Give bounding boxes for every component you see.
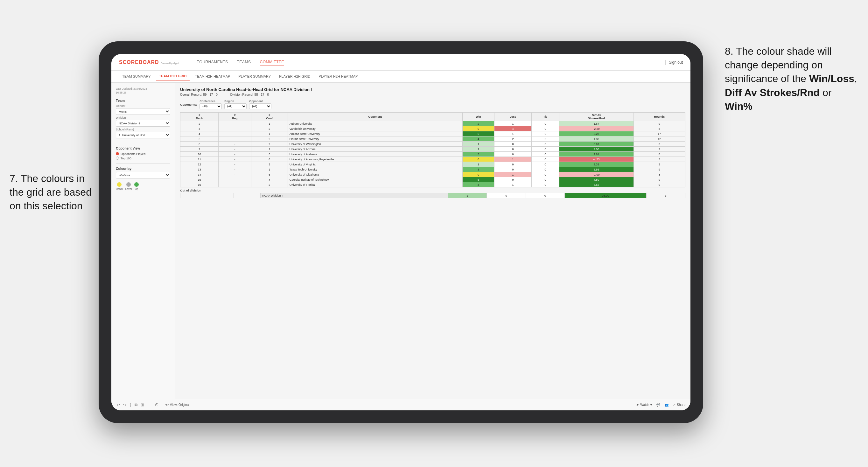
tab-player-summary[interactable]: PLAYER SUMMARY — [235, 72, 274, 80]
cell-conf: 1 — [251, 167, 288, 172]
app-nav: SCOREBOARD Powered by clippd TOURNAMENTS… — [111, 54, 690, 71]
cell-rounds: 9 — [633, 167, 685, 172]
copy-icon[interactable]: ⧉ — [134, 402, 137, 407]
tab-team-h2h-grid[interactable]: TEAM H2H GRID — [156, 72, 190, 81]
cell-loss: 1 — [494, 131, 532, 136]
cell-tie: 0 — [531, 157, 559, 162]
filter-region-select[interactable]: (All) — [224, 103, 247, 109]
left-panel: Last Updated: 27/03/2024 16:55:28 Team G… — [111, 83, 175, 399]
cell-loss: 0 — [494, 147, 532, 152]
undo-icon[interactable]: ↩ — [117, 402, 120, 407]
cell-reg: - — [219, 121, 251, 126]
table-row: 4 - 1 Arizona State University 5 1 0 2.2… — [180, 131, 685, 136]
eye-icon: 👁 — [165, 403, 168, 407]
people-button[interactable]: 👥 — [665, 403, 669, 407]
filter-conference-select[interactable]: (All) — [199, 103, 222, 109]
colour-by-select[interactable]: Win/loss — [116, 172, 170, 179]
radio-dot-selected — [116, 152, 119, 155]
cell-diff: -1.00 — [559, 172, 633, 177]
table-row: 6 - 2 Florida State University 4 2 0 1.8… — [180, 136, 685, 142]
forward-icon[interactable]: ⟩ — [130, 402, 131, 407]
tab-player-h2h-heatmap[interactable]: PLAYER H2H HEATMAP — [315, 72, 361, 80]
tab-team-summary[interactable]: TEAM SUMMARY — [119, 72, 154, 80]
cell-opponent: Georgia Institute of Technology — [288, 177, 462, 182]
nav-teams[interactable]: TEAMS — [237, 59, 251, 66]
cell-tie: 0 — [531, 177, 559, 182]
cell-diff: 2.28 — [559, 131, 633, 136]
cell-reg: - — [219, 172, 251, 177]
toolbar-right: 👁 Watch ▾ 💬 👥 ↗ Share — [636, 403, 685, 407]
cell-rounds: 17 — [633, 131, 685, 136]
radio-opponents-played[interactable]: Opponents Played — [116, 152, 170, 156]
legend-level: Level — [125, 182, 132, 191]
tab-team-h2h-heatmap[interactable]: TEAM H2H HEATMAP — [191, 72, 233, 80]
grid-icon[interactable]: ⊞ — [141, 402, 144, 407]
cell-conf: 2 — [251, 126, 288, 131]
cell-loss: 0 — [494, 162, 532, 167]
cell-conf: 2 — [251, 182, 288, 187]
table-row: 12 - 3 University of Virginia 1 0 0 2.33… — [180, 162, 685, 167]
clock-icon[interactable]: ⏱ — [155, 402, 159, 407]
cell-conf: 5 — [251, 152, 288, 157]
col-rank: #Rank — [180, 113, 219, 121]
cell-opponent: University of Florida — [288, 182, 462, 187]
cell-conf: 2 — [251, 142, 288, 147]
cell-rounds: 3 — [633, 172, 685, 177]
comment-button[interactable]: 💬 — [656, 403, 660, 407]
nav-tournaments[interactable]: TOURNAMENTS — [197, 59, 228, 66]
cell-opponent: Vanderbilt University — [288, 126, 462, 131]
col-conf: #Conf — [251, 113, 288, 121]
cell-win: 0 — [463, 157, 494, 162]
nav-committee[interactable]: COMMITTEE — [260, 59, 284, 66]
watch-button[interactable]: 👁 Watch ▾ — [636, 403, 652, 407]
gender-select[interactable]: Men's — [116, 108, 170, 115]
cell-rank: 11 — [180, 157, 219, 162]
redo-icon[interactable]: ↪ — [123, 402, 127, 407]
div2-rank — [180, 193, 207, 198]
table-row: 14 - 5 University of Oklahoma 0 1 0 -1.0… — [180, 172, 685, 177]
cell-loss: 1 — [494, 182, 532, 187]
div2-conf — [234, 193, 260, 198]
col-tie: Tie — [531, 113, 559, 121]
view-label: 👁 View: Original — [165, 403, 190, 407]
cell-rounds: 3 — [633, 162, 685, 167]
cell-conf: 1 — [251, 147, 288, 152]
cell-rounds: 8 — [633, 126, 685, 131]
cell-opponent: University of Washington — [288, 142, 462, 147]
share-button[interactable]: ↗ Share — [673, 403, 685, 407]
cell-reg: - — [219, 167, 251, 172]
cell-diff: 4.50 — [559, 177, 633, 182]
cell-diff: 1.83 — [559, 136, 633, 142]
division-select[interactable]: NCAA Division I — [116, 120, 170, 127]
radio-top100[interactable]: Top 100 — [116, 157, 170, 160]
tab-player-h2h-grid[interactable]: PLAYER H2H GRID — [276, 72, 313, 80]
cell-rounds: 3 — [633, 157, 685, 162]
gender-label: Gender — [116, 104, 170, 107]
cell-conf: 3 — [251, 162, 288, 167]
filter-region-group: Region (All) — [224, 100, 247, 109]
school-select[interactable]: 1. University of Nort... — [116, 132, 170, 138]
out-of-division-table: NCAA Division II 1 0 0 26.00 3 — [180, 193, 685, 198]
div2-name: NCAA Division II — [260, 193, 448, 198]
cell-rounds: 12 — [633, 136, 685, 142]
cell-rounds: 9 — [633, 121, 685, 126]
cell-loss: 0 — [494, 177, 532, 182]
watch-chevron: ▾ — [650, 403, 652, 407]
cell-opponent: University of Alabama — [288, 152, 462, 157]
cell-rounds: 9 — [633, 182, 685, 187]
table-row: 16 - 2 University of Florida 3 1 0 6.62 … — [180, 182, 685, 187]
grid-title: University of North Carolina Head-to-Hea… — [180, 87, 685, 92]
legend-level-circle — [126, 182, 131, 187]
radio-dot-unselected — [116, 157, 119, 160]
cell-conf: 2 — [251, 136, 288, 142]
cell-reg: - — [219, 177, 251, 182]
dash-icon[interactable]: — — [147, 402, 151, 407]
cell-loss: 0 — [494, 142, 532, 147]
cell-diff: -4.33 — [559, 157, 633, 162]
sign-out-link[interactable]: Sign out — [669, 60, 683, 65]
table-row: 3 - 2 Vanderbilt University 0 4 0 -2.29 … — [180, 126, 685, 131]
cell-opponent: University of Virginia — [288, 162, 462, 167]
filter-opponent-select[interactable]: (All) — [249, 103, 271, 109]
cell-win: 1 — [463, 142, 494, 147]
cell-reg: - — [219, 131, 251, 136]
